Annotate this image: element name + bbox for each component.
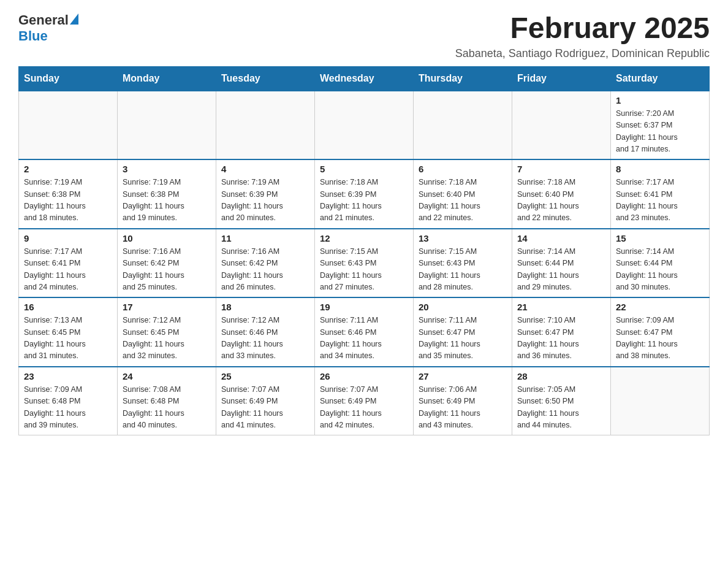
col-header-tuesday: Tuesday [216, 66, 315, 91]
calendar-week-3: 9Sunrise: 7:17 AMSunset: 6:41 PMDaylight… [19, 229, 710, 298]
calendar-cell [118, 91, 216, 160]
calendar-cell: 9Sunrise: 7:17 AMSunset: 6:41 PMDaylight… [19, 229, 118, 298]
day-info: Sunrise: 7:09 AMSunset: 6:48 PMDaylight:… [24, 384, 112, 432]
day-number: 1 [616, 95, 704, 105]
day-info: Sunrise: 7:15 AMSunset: 6:43 PMDaylight:… [419, 246, 507, 294]
calendar-cell: 7Sunrise: 7:18 AMSunset: 6:40 PMDaylight… [512, 159, 611, 229]
calendar-header: SundayMondayTuesdayWednesdayThursdayFrid… [19, 66, 710, 91]
calendar-cell [611, 367, 710, 435]
calendar-cell: 18Sunrise: 7:12 AMSunset: 6:46 PMDayligh… [216, 297, 315, 367]
day-info: Sunrise: 7:10 AMSunset: 6:47 PMDaylight:… [517, 315, 605, 362]
day-info: Sunrise: 7:19 AMSunset: 6:39 PMDaylight:… [221, 177, 309, 224]
page-header: General Blue February 2025 Sabaneta, San… [18, 12, 710, 60]
calendar-cell [315, 91, 414, 160]
day-number: 28 [517, 371, 605, 381]
logo-arrow-icon [70, 13, 78, 25]
calendar-table: SundayMondayTuesdayWednesdayThursdayFrid… [18, 66, 710, 436]
col-header-wednesday: Wednesday [315, 66, 414, 91]
calendar-cell [512, 91, 611, 160]
col-header-monday: Monday [118, 66, 216, 91]
day-info: Sunrise: 7:17 AMSunset: 6:41 PMDaylight:… [24, 246, 112, 294]
day-info: Sunrise: 7:05 AMSunset: 6:50 PMDaylight:… [517, 384, 605, 432]
day-info: Sunrise: 7:08 AMSunset: 6:48 PMDaylight:… [123, 384, 211, 432]
calendar-cell: 6Sunrise: 7:18 AMSunset: 6:40 PMDaylight… [414, 159, 512, 229]
day-info: Sunrise: 7:18 AMSunset: 6:40 PMDaylight:… [419, 177, 507, 224]
day-number: 15 [616, 233, 704, 243]
day-number: 18 [221, 302, 309, 312]
day-number: 27 [419, 371, 507, 381]
subtitle: Sabaneta, Santiago Rodriguez, Dominican … [455, 47, 710, 60]
col-header-sunday: Sunday [19, 66, 118, 91]
calendar-cell: 10Sunrise: 7:16 AMSunset: 6:42 PMDayligh… [118, 229, 216, 298]
day-number: 8 [616, 164, 704, 174]
calendar-cell [414, 91, 512, 160]
calendar-cell: 2Sunrise: 7:19 AMSunset: 6:38 PMDaylight… [19, 159, 118, 229]
calendar-header-row: SundayMondayTuesdayWednesdayThursdayFrid… [19, 66, 710, 91]
main-title: February 2025 [455, 12, 710, 45]
day-number: 11 [221, 233, 309, 243]
day-number: 5 [320, 164, 408, 174]
day-number: 10 [123, 233, 211, 243]
day-info: Sunrise: 7:12 AMSunset: 6:45 PMDaylight:… [123, 315, 211, 362]
calendar-cell: 23Sunrise: 7:09 AMSunset: 6:48 PMDayligh… [19, 367, 118, 435]
day-number: 22 [616, 302, 704, 312]
day-number: 13 [419, 233, 507, 243]
day-number: 19 [320, 302, 408, 312]
calendar-cell: 20Sunrise: 7:11 AMSunset: 6:47 PMDayligh… [414, 297, 512, 367]
day-info: Sunrise: 7:13 AMSunset: 6:45 PMDaylight:… [24, 315, 112, 362]
day-number: 20 [419, 302, 507, 312]
calendar-body: 1Sunrise: 7:20 AMSunset: 6:37 PMDaylight… [19, 91, 710, 435]
calendar-cell: 14Sunrise: 7:14 AMSunset: 6:44 PMDayligh… [512, 229, 611, 298]
day-number: 14 [517, 233, 605, 243]
calendar-cell: 22Sunrise: 7:09 AMSunset: 6:47 PMDayligh… [611, 297, 710, 367]
day-info: Sunrise: 7:16 AMSunset: 6:42 PMDaylight:… [123, 246, 211, 294]
day-info: Sunrise: 7:06 AMSunset: 6:49 PMDaylight:… [419, 384, 507, 432]
logo: General Blue [18, 12, 78, 44]
calendar-cell [216, 91, 315, 160]
calendar-cell: 17Sunrise: 7:12 AMSunset: 6:45 PMDayligh… [118, 297, 216, 367]
calendar-cell: 15Sunrise: 7:14 AMSunset: 6:44 PMDayligh… [611, 229, 710, 298]
day-number: 7 [517, 164, 605, 174]
day-number: 26 [320, 371, 408, 381]
day-info: Sunrise: 7:17 AMSunset: 6:41 PMDaylight:… [616, 177, 704, 224]
calendar-cell: 4Sunrise: 7:19 AMSunset: 6:39 PMDaylight… [216, 159, 315, 229]
calendar-week-1: 1Sunrise: 7:20 AMSunset: 6:37 PMDaylight… [19, 91, 710, 160]
day-number: 16 [24, 302, 112, 312]
day-number: 23 [24, 371, 112, 381]
day-number: 17 [123, 302, 211, 312]
calendar-cell: 3Sunrise: 7:19 AMSunset: 6:38 PMDaylight… [118, 159, 216, 229]
day-info: Sunrise: 7:14 AMSunset: 6:44 PMDaylight:… [517, 246, 605, 294]
day-number: 4 [221, 164, 309, 174]
day-info: Sunrise: 7:14 AMSunset: 6:44 PMDaylight:… [616, 246, 704, 294]
calendar-week-5: 23Sunrise: 7:09 AMSunset: 6:48 PMDayligh… [19, 367, 710, 435]
day-number: 21 [517, 302, 605, 312]
col-header-friday: Friday [512, 66, 611, 91]
calendar-week-2: 2Sunrise: 7:19 AMSunset: 6:38 PMDaylight… [19, 159, 710, 229]
day-number: 24 [123, 371, 211, 381]
calendar-cell: 16Sunrise: 7:13 AMSunset: 6:45 PMDayligh… [19, 297, 118, 367]
day-info: Sunrise: 7:20 AMSunset: 6:37 PMDaylight:… [616, 108, 704, 156]
calendar-week-4: 16Sunrise: 7:13 AMSunset: 6:45 PMDayligh… [19, 297, 710, 367]
calendar-cell: 1Sunrise: 7:20 AMSunset: 6:37 PMDaylight… [611, 91, 710, 160]
day-info: Sunrise: 7:18 AMSunset: 6:40 PMDaylight:… [517, 177, 605, 224]
logo-general-text: General [18, 12, 69, 28]
day-info: Sunrise: 7:11 AMSunset: 6:47 PMDaylight:… [419, 315, 507, 362]
day-info: Sunrise: 7:19 AMSunset: 6:38 PMDaylight:… [123, 177, 211, 224]
col-header-thursday: Thursday [414, 66, 512, 91]
day-info: Sunrise: 7:12 AMSunset: 6:46 PMDaylight:… [221, 315, 309, 362]
calendar-cell [19, 91, 118, 160]
title-block: February 2025 Sabaneta, Santiago Rodrigu… [455, 12, 710, 60]
day-number: 6 [419, 164, 507, 174]
calendar-cell: 12Sunrise: 7:15 AMSunset: 6:43 PMDayligh… [315, 229, 414, 298]
day-number: 2 [24, 164, 112, 174]
calendar-cell: 25Sunrise: 7:07 AMSunset: 6:49 PMDayligh… [216, 367, 315, 435]
calendar-cell: 27Sunrise: 7:06 AMSunset: 6:49 PMDayligh… [414, 367, 512, 435]
day-number: 3 [123, 164, 211, 174]
day-info: Sunrise: 7:07 AMSunset: 6:49 PMDaylight:… [221, 384, 309, 432]
calendar-cell: 13Sunrise: 7:15 AMSunset: 6:43 PMDayligh… [414, 229, 512, 298]
day-info: Sunrise: 7:07 AMSunset: 6:49 PMDaylight:… [320, 384, 408, 432]
logo-blue-text: Blue [18, 28, 48, 44]
day-info: Sunrise: 7:09 AMSunset: 6:47 PMDaylight:… [616, 315, 704, 362]
day-info: Sunrise: 7:18 AMSunset: 6:39 PMDaylight:… [320, 177, 408, 224]
day-number: 9 [24, 233, 112, 243]
